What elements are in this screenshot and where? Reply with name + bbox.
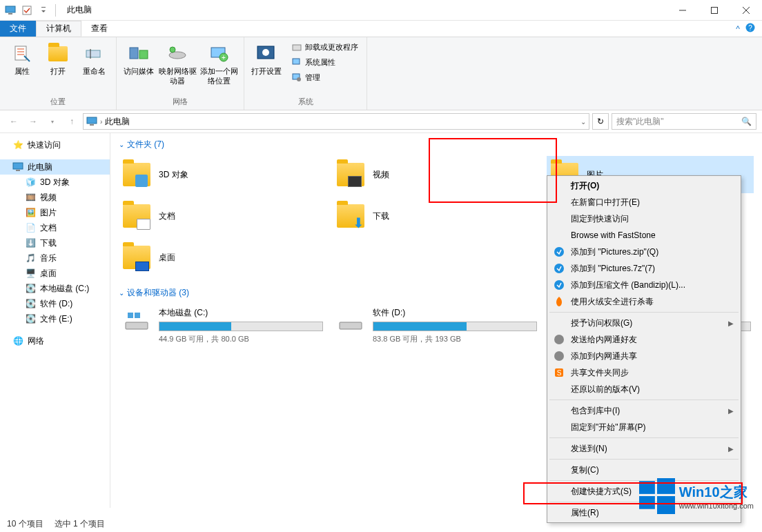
sidebar-item-music[interactable]: 🎵音乐 — [0, 250, 110, 266]
menu-add-compressed[interactable]: 添加到压缩文件 (Bandizip)(L)... — [549, 277, 739, 293]
this-pc-icon — [12, 161, 23, 173]
sidebar-item-drive-c[interactable]: 💽本地磁盘 (C:) — [0, 281, 110, 296]
menu-faststone[interactable]: Browse with FastStone — [549, 227, 739, 244]
menu-sync-folder[interactable]: S共享文件夹同步 — [549, 364, 739, 381]
menu-send-friends[interactable]: 发送给内网通好友 — [549, 331, 739, 348]
menu-copy[interactable]: 复制(C) — [549, 462, 739, 478]
folder-downloads[interactable]: ⬇下载 — [333, 197, 540, 235]
sidebar: ⭐快速访问 此电脑 🧊3D 对象 🎞️视频 🖼️图片 📄文档 ⬇️下载 🎵音乐 … — [0, 133, 110, 508]
svg-rect-10 — [15, 46, 26, 60]
svg-rect-26 — [87, 117, 97, 124]
checkbox-icon[interactable] — [19, 3, 35, 18]
add-network-location-button[interactable]: +添加一个网络位置 — [199, 40, 238, 88]
sidebar-network[interactable]: 🌐网络 — [0, 333, 110, 348]
svg-rect-2 — [23, 6, 31, 14]
folder-icon: ⬇ — [335, 201, 366, 231]
access-media-button[interactable]: 访问媒体 — [122, 40, 155, 79]
sidebar-item-videos[interactable]: 🎞️视频 — [0, 190, 110, 205]
menu-restore-previous[interactable]: 还原以前的版本(V) — [549, 381, 739, 397]
help-icon[interactable]: ? — [745, 23, 755, 35]
menu-huorong-scan[interactable]: 使用火绒安全进行杀毒 — [549, 293, 739, 310]
menu-add-zip[interactable]: 添加到 "Pictures.zip"(Q) — [549, 244, 739, 260]
menu-add-7z[interactable]: 添加到 "Pictures.7z"(7) — [549, 260, 739, 277]
menu-add-intranet-share[interactable]: 添加到内网通共享 — [549, 348, 739, 364]
svg-rect-30 — [126, 322, 148, 329]
forward-button[interactable]: → — [25, 113, 41, 130]
menu-open[interactable]: 打开(O) — [549, 177, 739, 194]
menu-separator — [549, 459, 739, 460]
folders-section-header[interactable]: ⌄文件夹 (7) — [119, 139, 754, 150]
drive-d[interactable]: 软件 (D:)83.8 GB 可用，共 193 GB — [333, 304, 540, 347]
svg-rect-32 — [135, 313, 140, 318]
refresh-button[interactable]: ↻ — [592, 113, 609, 130]
rename-button[interactable]: 重命名 — [77, 40, 110, 79]
folder-icon — [121, 242, 152, 273]
sidebar-quick-access[interactable]: ⭐快速访问 — [0, 137, 110, 152]
sidebar-item-drive-d[interactable]: 💽软件 (D:) — [0, 296, 110, 311]
svg-point-15 — [169, 52, 186, 59]
drive-icon: 💽 — [25, 298, 36, 309]
download-icon: ⬇️ — [25, 237, 36, 248]
back-button[interactable]: ← — [6, 113, 22, 130]
cube-icon: 🧊 — [25, 177, 36, 188]
usage-bar — [373, 322, 537, 331]
sidebar-item-pictures[interactable]: 🖼️图片 — [0, 205, 110, 220]
folder-documents[interactable]: 文档 — [119, 197, 326, 235]
open-settings-button[interactable]: 打开设置 — [250, 40, 283, 79]
uninstall-button[interactable]: 卸载或更改程序 — [289, 40, 361, 54]
collapse-ribbon-icon[interactable]: ^ — [736, 24, 740, 34]
picture-icon: 🖼️ — [25, 207, 36, 218]
breadcrumb-item[interactable]: 此电脑 — [105, 116, 130, 128]
properties-button[interactable]: 属性 — [6, 40, 39, 79]
manage-button[interactable]: 管理 — [289, 70, 361, 84]
menu-pin-to-start[interactable]: 固定到"开始"屏幕(P) — [549, 419, 739, 435]
sidebar-item-documents[interactable]: 📄文档 — [0, 220, 110, 235]
drive-icon — [335, 307, 366, 337]
folder-desktop[interactable]: 桌面 — [119, 239, 326, 276]
sidebar-item-downloads[interactable]: ⬇️下载 — [0, 235, 110, 250]
maximize-button[interactable] — [698, 0, 730, 21]
breadcrumb-chevron-icon[interactable]: › — [100, 118, 102, 126]
close-button[interactable] — [730, 0, 762, 21]
menu-pin-quick-access[interactable]: 固定到快速访问 — [549, 210, 739, 227]
svg-point-21 — [262, 49, 269, 56]
tab-computer[interactable]: 计算机 — [36, 21, 81, 37]
menu-include-in-library[interactable]: 包含到库中(I)▶ — [549, 402, 739, 419]
minimize-button[interactable] — [667, 0, 698, 21]
search-box[interactable]: 搜索"此电脑" 🔍 — [612, 113, 756, 130]
svg-point-38 — [554, 335, 564, 344]
sidebar-this-pc[interactable]: 此电脑 — [0, 159, 110, 175]
svg-rect-45 — [657, 496, 675, 514]
folder-icon — [121, 159, 152, 190]
ribbon-group-network: 访问媒体 映射网络驱动器 +添加一个网络位置 网络 — [117, 37, 244, 110]
tab-view[interactable]: 查看 — [81, 21, 117, 37]
sidebar-item-drive-e[interactable]: 💽文件 (E:) — [0, 311, 110, 326]
drive-icon: 💽 — [25, 283, 36, 294]
svg-rect-43 — [657, 478, 675, 494]
history-dropdown[interactable]: ▾ — [44, 113, 61, 130]
folder-3d-objects[interactable]: 3D 对象 — [119, 156, 326, 193]
search-icon[interactable]: 🔍 — [741, 117, 752, 126]
sidebar-item-desktop[interactable]: 🖥️桌面 — [0, 266, 110, 281]
folder-videos[interactable]: 视频 — [333, 156, 540, 193]
qat-dropdown-icon[interactable] — [36, 3, 51, 18]
item-count: 10 个项目 — [7, 518, 43, 530]
address-dropdown-icon[interactable]: ⌄ — [580, 118, 586, 126]
address-bar[interactable]: › 此电脑 ⌄ — [83, 113, 589, 130]
system-properties-button[interactable]: 系统属性 — [289, 55, 361, 69]
menu-open-new-window[interactable]: 在新窗口中打开(E) — [549, 194, 739, 210]
menu-send-to[interactable]: 发送到(N)▶ — [549, 440, 739, 457]
open-button[interactable]: 打开 — [41, 40, 75, 79]
ribbon: 属性 打开 重命名 位置 访问媒体 映射网络驱动器 +添加一个网络位置 网络 打… — [0, 37, 762, 110]
drive-c[interactable]: 本地磁盘 (C:)44.9 GB 可用，共 80.0 GB — [119, 304, 326, 347]
selection-count: 选中 1 个项目 — [55, 518, 105, 530]
folder-icon — [335, 159, 366, 190]
map-drive-button[interactable]: 映射网络驱动器 — [158, 40, 197, 88]
menu-grant-access[interactable]: 授予访问权限(G)▶ — [549, 315, 739, 331]
watermark-brand: Win10之家 — [679, 483, 754, 502]
tab-file[interactable]: 文件 — [0, 21, 36, 37]
up-button[interactable]: ↑ — [63, 113, 80, 130]
sidebar-item-3d[interactable]: 🧊3D 对象 — [0, 175, 110, 190]
this-pc-icon[interactable] — [3, 3, 18, 18]
menu-separator — [549, 400, 739, 400]
